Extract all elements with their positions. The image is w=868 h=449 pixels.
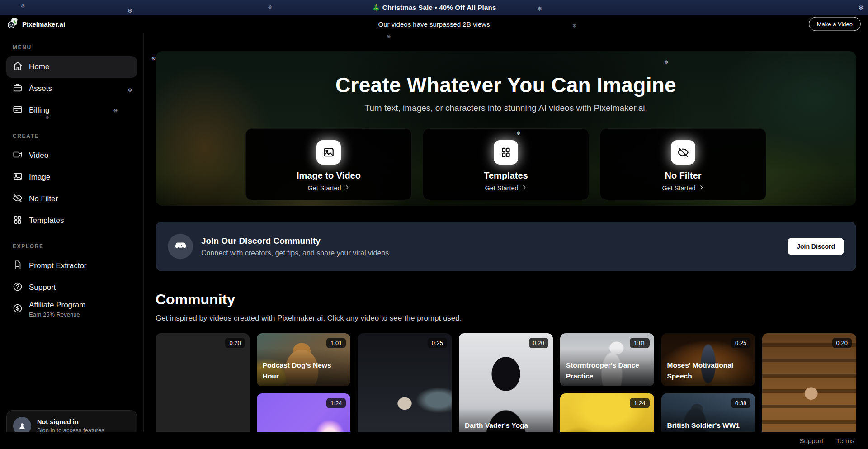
footer: Support Terms [0,432,868,449]
video-thumbnail-stormtrooper[interactable]: 1:01 Stormtrooper's Dance Practice [560,333,654,386]
image-icon [316,140,341,165]
sidebar-item-label: Billing [29,106,49,115]
chevron-right-icon [344,184,350,192]
sidebar-item-home[interactable]: Home [6,56,137,78]
no-filter-icon [671,140,695,165]
hero-banner: Create Whatever You Can Imagine Turn tex… [156,51,856,206]
video-thumbnail-moses[interactable]: 0:25 Moses' Motivational Speech [661,333,755,386]
make-a-video-button[interactable]: Make a Video [809,17,861,31]
dollar-circle-icon [13,303,23,315]
promo-banner: 🎄 Christmas Sale • 40% Off All Plans [0,0,868,15]
section-label-create: CREATE [13,133,131,139]
duration-badge: 1:24 [630,398,649,408]
duration-badge: 1:01 [630,338,649,348]
sidebar-item-label: Image [29,173,50,182]
duration-badge: 0:25 [428,338,447,348]
card-title: Image to Video [297,170,361,181]
footer-link-terms[interactable]: Terms [836,437,854,444]
get-started-link[interactable]: Get Started [485,184,527,192]
card-title: No Filter [665,170,701,181]
video-thumbnail-podcast-dog[interactable]: 1:01 Podcast Dog's News Hour [257,333,351,386]
image-icon [13,171,23,183]
sidebar-item-video[interactable]: Video [6,145,137,166]
sidebar-item-affiliate-program[interactable]: Affiliate Program Earn 25% Revenue [6,298,137,320]
get-started-label: Get Started [307,184,341,192]
card-templates[interactable]: Templates Get Started [423,128,589,200]
sidebar-item-label: Home [29,62,49,71]
sidebar-item-label: No Filter [29,194,58,203]
briefcase-icon [13,83,23,95]
sidebar-item-billing[interactable]: Billing [6,99,137,121]
sidebar: MENU Home Assets Billing CREATE [0,33,144,449]
sidebar-item-label: Video [29,151,48,160]
sidebar-item-templates[interactable]: Templates [6,210,137,232]
video-title: Stormtrooper's Dance Practice [560,348,654,386]
duration-badge: 1:01 [326,338,346,348]
document-icon [13,260,23,272]
video-title: Moses' Motivational Speech [661,348,755,386]
hero-title: Create Whatever You Can Imagine [335,73,676,97]
duration-badge: 0:25 [731,338,750,348]
duration-badge: 0:20 [832,338,852,348]
main-content: Create Whatever You Can Imagine Turn tex… [144,33,868,449]
video-title: Podcast Dog's News Hour [257,348,351,386]
discord-banner: Join Our Discord Community Connect with … [156,222,856,271]
home-icon [13,61,23,73]
sidebar-item-support[interactable]: Support [6,277,137,298]
pixelmaker-app: 🎄 Christmas Sale • 40% Off All Plans ❄ ❄… [0,0,868,449]
credit-card-icon [13,104,23,116]
community-title: Community [156,291,856,308]
help-circle-icon [13,282,23,293]
video-thumbnail-darth-vader[interactable]: 0:20 Darth Vader's Yoga Class [459,333,553,446]
sidebar-item-label: Templates [29,216,64,225]
sidebar-item-label: Affiliate Program [29,301,85,310]
sidebar-item-assets[interactable]: Assets [6,78,137,99]
footer-link-support[interactable]: Support [800,437,824,444]
get-started-label: Get Started [662,184,695,192]
community-subtitle: Get inspired by videos created with Pixe… [156,314,856,323]
sidebar-item-no-filter[interactable]: No Filter [6,188,137,210]
get-started-link[interactable]: Get Started [662,184,704,192]
promo-text-label: Christmas Sale • 40% Off All Plans [382,4,496,11]
section-label-menu: MENU [13,44,131,51]
join-discord-button[interactable]: Join Discord [788,238,844,255]
card-no-filter[interactable]: No Filter Get Started [600,128,766,200]
discord-icon [168,234,193,259]
get-started-label: Get Started [485,184,518,192]
section-label-explore: EXPLORE [13,243,131,250]
duration-badge: 0:38 [731,398,750,408]
promo-text: 🎄 Christmas Sale • 40% Off All Plans [372,4,496,12]
discord-title: Join Our Discord Community [201,236,389,246]
sidebar-item-label: Assets [29,84,52,93]
chevron-right-icon [521,184,527,192]
signin-title: Not signed in [37,418,104,425]
top-header: Pixelmaker.ai Our videos have surpassed … [0,15,868,33]
sidebar-item-label: Prompt Extractor [29,261,87,270]
duration-badge: 1:24 [326,398,346,408]
sidebar-item-sublabel: Earn 25% Revenue [29,311,85,318]
duration-badge: 0:20 [225,338,245,348]
views-tagline: Our videos have surpassed 2B views [0,20,868,28]
duration-badge: 0:20 [529,338,548,348]
christmas-emoji-icon: 🎄 [372,4,381,11]
get-started-link[interactable]: Get Started [307,184,349,192]
sidebar-item-image[interactable]: Image [6,166,137,188]
chevron-right-icon [698,184,704,192]
sidebar-item-prompt-extractor[interactable]: Prompt Extractor [6,255,137,277]
templates-grid-icon [13,215,23,227]
discord-subtitle: Connect with creators, get tips, and sha… [201,249,389,257]
no-filter-icon [13,193,23,205]
video-camera-icon [13,150,23,161]
card-image-to-video[interactable]: Image to Video Get Started [245,128,412,200]
sidebar-item-label: Support [29,283,56,292]
hero-subtitle: Turn text, images, or characters into st… [364,103,647,113]
templates-grid-icon [494,140,518,165]
card-title: Templates [484,170,528,181]
